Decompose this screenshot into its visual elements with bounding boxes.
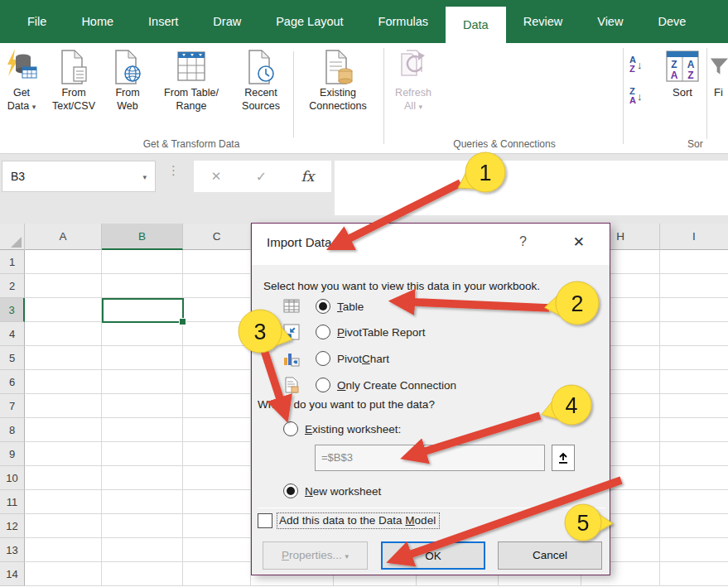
- tab-data[interactable]: Data: [446, 7, 506, 43]
- from-text-csv-label-2: Text/CSV: [52, 100, 95, 112]
- tab-insert[interactable]: Insert: [131, 0, 195, 43]
- group-label-get-transform: Get & Transform Data: [0, 138, 383, 150]
- tab-page-layout[interactable]: Page Layout: [258, 0, 360, 43]
- tab-developer[interactable]: Deve: [640, 0, 703, 43]
- name-box[interactable]: B3 ▾: [2, 161, 156, 192]
- filter-funnel-icon: [709, 48, 728, 86]
- row-header-2[interactable]: 2: [0, 274, 25, 298]
- formula-controls: ✕ ✓ fx: [194, 161, 331, 192]
- radio-existing-worksheet-label: Existing worksheet:: [305, 423, 401, 435]
- close-icon[interactable]: ✕: [573, 233, 585, 251]
- row-header-14[interactable]: 14: [0, 562, 25, 586]
- view-prompt: Select how you want to view this data in…: [263, 280, 540, 292]
- refresh-all-label-1: Refresh: [395, 87, 431, 99]
- dialog-title-bar: Import Data ? ✕: [252, 224, 610, 265]
- select-all-corner[interactable]: [0, 224, 25, 250]
- column-header-A[interactable]: A: [25, 224, 102, 250]
- radio-pivotchart[interactable]: [316, 351, 330, 366]
- cancel-button[interactable]: Cancel: [498, 541, 602, 570]
- from-text-csv-button[interactable]: From Text/CSV: [46, 48, 102, 113]
- name-box-value: B3: [11, 170, 25, 183]
- sort-az-icon-2: Z: [629, 65, 636, 74]
- existing-connections-button[interactable]: Existing Connections: [297, 48, 379, 113]
- drag-dots-icon[interactable]: ⋮: [167, 164, 180, 176]
- group-separator: [623, 48, 624, 144]
- radio-new-worksheet-label: New worksheet: [305, 485, 381, 498]
- range-input[interactable]: =$B$3: [315, 445, 545, 471]
- formula-input[interactable]: [335, 161, 728, 215]
- row-header-11[interactable]: 11: [0, 490, 25, 514]
- tab-view[interactable]: View: [580, 0, 640, 43]
- refresh-all-button[interactable]: Refresh All ▾: [388, 48, 439, 113]
- cancel-entry-icon[interactable]: ✕: [211, 169, 222, 184]
- sort-button[interactable]: Z A A Z Sort: [659, 48, 706, 100]
- refresh-all-caret-icon: ▾: [418, 103, 422, 111]
- selected-cell-B3[interactable]: [102, 298, 184, 323]
- row-header-4[interactable]: 4: [0, 322, 25, 346]
- get-data-icon: [0, 48, 43, 86]
- range-picker-icon: [557, 451, 569, 464]
- radio-new-worksheet[interactable]: [283, 484, 298, 498]
- column-header-I[interactable]: I: [660, 224, 728, 250]
- existing-connections-label-1: Existing: [320, 87, 356, 99]
- data-model-checkbox-label[interactable]: Add this data to the Data Model: [277, 512, 440, 529]
- sort-down-arrow-icon: ↓: [637, 91, 643, 102]
- from-text-csv-icon: [46, 48, 102, 86]
- where-prompt: Where do you want to put the data?: [258, 398, 435, 411]
- row-header-3[interactable]: 3: [0, 298, 25, 322]
- get-data-label-1: Get: [13, 87, 30, 99]
- tab-file[interactable]: File: [10, 0, 64, 43]
- option-row-connection-only: Only Create Connection: [282, 375, 456, 395]
- pivotchart-icon: [282, 350, 301, 367]
- enter-entry-icon[interactable]: ✓: [256, 169, 267, 185]
- refresh-all-icon: [388, 48, 439, 86]
- collapse-dialog-button[interactable]: [552, 445, 575, 471]
- row-header-1[interactable]: 1: [0, 250, 25, 274]
- svg-text:Z: Z: [687, 70, 693, 81]
- data-model-checkbox[interactable]: [258, 513, 272, 528]
- get-data-label-2: Data: [7, 100, 29, 112]
- tab-home[interactable]: Home: [64, 0, 131, 43]
- row-header-12[interactable]: 12: [0, 514, 25, 538]
- radio-pivottable-report[interactable]: [316, 325, 330, 339]
- refresh-all-label-2: All: [404, 100, 416, 112]
- row-header-9[interactable]: 9: [0, 442, 25, 466]
- filter-button[interactable]: Fi: [709, 48, 728, 100]
- name-box-caret-icon[interactable]: ▾: [142, 161, 147, 193]
- ribbon: Get Data ▾ From Text/CSV: [0, 43, 728, 154]
- radio-table[interactable]: [316, 299, 330, 314]
- radio-table-label: Table: [337, 301, 364, 313]
- radio-only-create-connection[interactable]: [316, 378, 330, 392]
- column-header-B[interactable]: B: [102, 224, 183, 250]
- row-header-10[interactable]: 10: [0, 466, 25, 490]
- radio-existing-worksheet[interactable]: [283, 421, 298, 436]
- from-table-range-button[interactable]: From Table/ Range: [152, 48, 230, 113]
- get-data-caret-icon: ▾: [32, 103, 36, 111]
- row-header-6[interactable]: 6: [0, 370, 25, 394]
- row-header-7[interactable]: 7: [0, 394, 25, 418]
- recent-sources-button[interactable]: Recent Sources: [232, 48, 290, 113]
- row-header-8[interactable]: 8: [0, 418, 25, 442]
- group-inner-separator: [293, 51, 294, 137]
- get-data-button[interactable]: Get Data ▾: [0, 48, 43, 113]
- option-row-pivottable: PivotTable Report: [282, 322, 426, 342]
- from-web-icon: [104, 48, 151, 86]
- tab-draw[interactable]: Draw: [195, 0, 258, 43]
- tab-review[interactable]: Review: [506, 0, 581, 43]
- table-icon: [282, 298, 301, 315]
- sort-ascending-button[interactable]: AZ ↓: [629, 51, 656, 78]
- row-header-13[interactable]: 13: [0, 538, 25, 562]
- sort-down-arrow-icon: ↓: [637, 60, 643, 70]
- existing-connections-icon: [297, 48, 379, 86]
- dialog-title: Import Data: [267, 235, 331, 249]
- column-header-C[interactable]: C: [183, 224, 251, 250]
- ok-button[interactable]: OK: [381, 541, 485, 570]
- sort-descending-button[interactable]: ZA ↓: [629, 83, 656, 109]
- properties-button[interactable]: Properties... ▾: [263, 541, 368, 570]
- help-button[interactable]: ?: [519, 234, 527, 249]
- filter-label: Fi: [709, 86, 728, 100]
- insert-function-icon[interactable]: fx: [301, 168, 314, 185]
- tab-formulas[interactable]: Formulas: [361, 0, 446, 43]
- row-header-5[interactable]: 5: [0, 346, 25, 370]
- from-web-button[interactable]: From Web: [104, 48, 151, 113]
